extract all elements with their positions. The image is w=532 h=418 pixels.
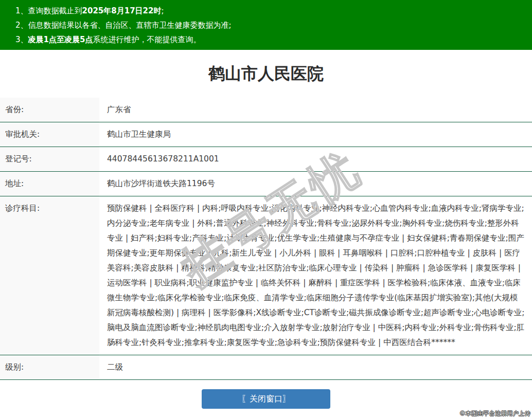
row-label: 审批机关:: [0, 122, 99, 147]
notice-number: 1、: [15, 6, 28, 15]
row-label: 地址:: [0, 172, 99, 196]
row-value: 鹤山市卫生健康局: [99, 122, 532, 147]
hospital-title: 鹤山市人民医院: [0, 50, 532, 98]
notice-text: ;: [161, 6, 164, 15]
close-window-button[interactable]: 〖关闭窗口〗: [202, 389, 330, 409]
table-row-address: 地址: 鹤山市沙坪街道铁夫路1196号: [0, 172, 532, 196]
notice-text: 信息数据结果以各省、自治区、直辖市卫生健康委数据为准;: [28, 21, 232, 30]
notice-text: 查询数据截止到: [28, 6, 82, 15]
row-label: 诊疗科目:: [0, 196, 99, 355]
notice-text-bold: 凌晨1点至凌晨5点: [28, 35, 93, 44]
notice-number: 3、: [15, 35, 28, 44]
notice-line-3: 3、凌晨1点至凌晨5点系统进行维护，不能提供查询。: [15, 32, 522, 47]
row-value: 44078445613678211A1001: [99, 147, 532, 171]
notice-text: 系统进行维护，不能提供查询。: [93, 35, 201, 44]
table-row-province: 省份: 广东省: [0, 98, 532, 122]
row-value: 鹤山市沙坪街道铁夫路1196号: [99, 172, 532, 196]
notice-line-2: 2、信息数据结果以各省、自治区、直辖市卫生健康委数据为准;: [15, 18, 522, 32]
row-label: 登记号:: [0, 147, 99, 171]
button-area: 〖关闭窗口〗: [0, 389, 532, 409]
image-credit: ©本图由平台注册用户上传: [459, 410, 530, 417]
hospital-info-table: 省份: 广东省 审批机关: 鹤山市卫生健康局 登记号: 440784456136…: [0, 98, 532, 380]
row-value: 二级: [99, 355, 532, 379]
notice-text-bold: 2025年8月17日22时: [82, 6, 162, 15]
row-value: 广东省: [99, 98, 532, 122]
table-row-medical-departments: 诊疗科目: 预防保健科 | 全科医疗科 | 内科;呼吸内科专业;消化内科专业;神…: [0, 196, 532, 355]
row-label: 省份:: [0, 98, 99, 122]
notice-line-1: 1、查询数据截止到2025年8月17日22时;: [15, 4, 522, 18]
row-value: 预防保健科 | 全科医疗科 | 内科;呼吸内科专业;消化内科专业;神经内科专业;…: [99, 196, 532, 355]
notice-number: 2、: [15, 21, 28, 30]
table-row-registration-number: 登记号: 44078445613678211A1001: [0, 147, 532, 172]
table-row-level: 级别: 二级: [0, 355, 532, 380]
notice-banner: 1、查询数据截止到2025年8月17日22时; 2、信息数据结果以各省、自治区、…: [0, 0, 532, 50]
row-label: 级别:: [0, 355, 99, 379]
table-row-approval-authority: 审批机关: 鹤山市卫生健康局: [0, 122, 532, 147]
